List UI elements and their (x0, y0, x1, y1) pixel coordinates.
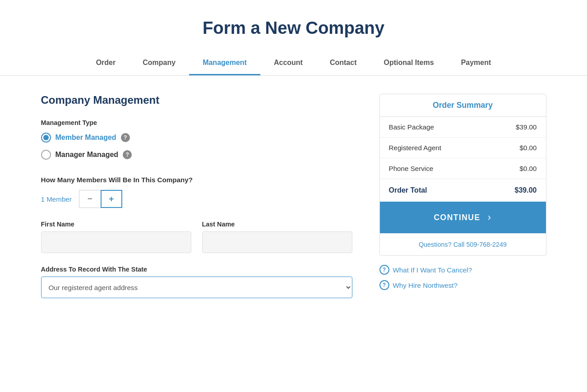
decrement-member-button[interactable]: − (79, 190, 101, 208)
why-northwest-link[interactable]: ? Why Hire Northwest? (379, 280, 546, 290)
manager-managed-label: Manager Managed (55, 151, 119, 159)
tab-payment[interactable]: Payment (448, 51, 505, 75)
basic-package-label: Basic Package (389, 123, 434, 131)
tab-account[interactable]: Account (260, 51, 316, 75)
why-northwest-label: Why Hire Northwest? (393, 281, 458, 289)
order-summary-box: Order Summary Basic Package $39.00 Regis… (379, 94, 546, 256)
left-panel: Company Management Management Type Membe… (41, 94, 352, 298)
address-label: Address To Record With The State (41, 266, 352, 273)
phone-service-price: $0.00 (519, 165, 536, 172)
continue-button[interactable]: CONTINUE › (380, 202, 546, 233)
summary-line-basic-package: Basic Package $39.00 (380, 117, 546, 138)
right-panel: Order Summary Basic Package $39.00 Regis… (379, 94, 546, 298)
tab-company[interactable]: Company (129, 51, 189, 75)
first-name-input[interactable] (41, 231, 191, 253)
manager-managed-radio[interactable] (41, 150, 51, 160)
last-name-group: Last Name (202, 221, 352, 253)
tab-order[interactable]: Order (83, 51, 129, 75)
first-name-label: First Name (41, 221, 191, 228)
member-count-display: 1 Member (41, 195, 72, 203)
order-summary-header: Order Summary (380, 94, 546, 117)
summary-line-registered-agent: Registered Agent $0.00 (380, 138, 546, 158)
increment-member-button[interactable]: + (101, 190, 122, 208)
page-title: Form a New Company (0, 0, 587, 51)
management-type-label: Management Type (41, 119, 352, 126)
questions-call-link[interactable]: Questions? Call 509-768-2249 (380, 233, 546, 255)
member-managed-label: Member Managed (55, 134, 116, 142)
phone-service-label: Phone Service (389, 165, 434, 172)
members-section: How Many Members Will Be In This Company… (41, 176, 352, 208)
order-total-label: Order Total (389, 186, 427, 194)
registered-agent-price: $0.00 (519, 144, 536, 152)
member-counter: 1 Member − + (41, 190, 352, 208)
member-managed-radio[interactable] (41, 133, 51, 143)
why-northwest-icon: ? (379, 280, 389, 290)
last-name-label: Last Name (202, 221, 352, 228)
cancel-link-label: What If I Want To Cancel? (393, 266, 472, 274)
continue-arrow-icon: › (488, 212, 492, 223)
order-total-row: Order Total $39.00 (380, 179, 546, 202)
order-total-value: $39.00 (515, 186, 537, 194)
cancel-help-icon: ? (379, 265, 389, 275)
tab-management[interactable]: Management (189, 51, 260, 75)
member-managed-option[interactable]: Member Managed ? (41, 133, 352, 143)
basic-package-price: $39.00 (516, 123, 536, 131)
tab-optional-items[interactable]: Optional Items (370, 51, 448, 75)
help-links: ? What If I Want To Cancel? ? Why Hire N… (379, 265, 546, 290)
members-question-label: How Many Members Will Be In This Company… (41, 176, 352, 184)
summary-line-phone-service: Phone Service $0.00 (380, 158, 546, 179)
main-content: Company Management Management Type Membe… (23, 94, 564, 325)
section-title: Company Management (41, 94, 352, 106)
registered-agent-label: Registered Agent (389, 144, 442, 152)
tabs-nav: Order Company Management Account Contact… (0, 51, 587, 76)
address-select[interactable]: Our registered agent address (41, 277, 352, 298)
cancel-link[interactable]: ? What If I Want To Cancel? (379, 265, 546, 275)
tab-contact[interactable]: Contact (316, 51, 370, 75)
manager-managed-option[interactable]: Manager Managed ? (41, 150, 352, 160)
address-section: Address To Record With The State Our reg… (41, 266, 352, 298)
continue-label: CONTINUE (434, 213, 480, 222)
name-row: First Name Last Name (41, 221, 352, 253)
first-name-group: First Name (41, 221, 191, 253)
manager-managed-help-icon[interactable]: ? (123, 150, 132, 159)
last-name-input[interactable] (202, 231, 352, 253)
member-managed-help-icon[interactable]: ? (121, 133, 130, 142)
